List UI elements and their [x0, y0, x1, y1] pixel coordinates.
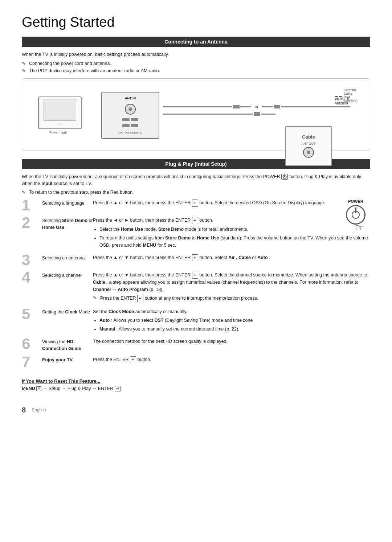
step-5-bullet-2: Manual : Allows you to manually set the …: [99, 325, 370, 333]
power-symbol: ⏻: [281, 174, 288, 180]
power-circle: [346, 205, 366, 225]
antenna-note1: Connecting the power cord and antenna.: [22, 61, 370, 66]
enter-symbol-1: ↵: [192, 200, 198, 207]
page-number: 8: [22, 406, 26, 414]
reset-section: If You Want to Reset This Feature... MEN…: [22, 378, 370, 391]
reset-arrow: → Setup → Plug & Play → ENTER: [43, 386, 114, 391]
step-1-label: Selecting a language: [42, 199, 93, 207]
enter-symbol-7: ↵: [130, 356, 136, 364]
step-2-bullet-1: Select the Home Use mode. Store Demo mod…: [99, 226, 370, 233]
step-7-number: 7: [22, 354, 42, 370]
ant-cable-label: Antenna Cable (Not Supplied): [344, 88, 358, 103]
step-7: 7 Enjoy your TV. Press the ENTER ↵ butto…: [22, 356, 370, 370]
step-2-bullets: Select the Home Use mode. Store Demo mod…: [99, 226, 370, 249]
step-5-bullets: Auto : Allows you to select DST (Dayligh…: [99, 317, 370, 333]
step-6-content: The connection method for the best HD sc…: [93, 338, 370, 345]
menu-icon: ⊟: [36, 386, 41, 391]
step-4-content: Press the ▲ or ▼ button, then press the …: [93, 271, 370, 304]
step-1: 1 Selecting a language Press the ▲ or ▼ …: [22, 199, 370, 213]
enter-symbol-3: ↵: [192, 254, 198, 262]
antenna-intro: When the TV is initially powered on, bas…: [22, 51, 370, 58]
section-antenna-header: Connecting to an Antenna: [22, 37, 370, 47]
step-1-content: Press the ▲ or ▼ button, then press the …: [93, 199, 370, 207]
step-2-label: Selecting Store Demo or Home Use: [42, 217, 93, 231]
ant-in-label: ANT IN: [125, 97, 136, 100]
step-3-number: 3: [22, 252, 42, 268]
intro-1d: source is set to TV.: [54, 181, 92, 186]
ant-out-label: ANT OUT: [301, 142, 315, 145]
reset-text: MENU ⊟ → Setup → Plug & Play → ENTER ↵: [22, 386, 370, 391]
menu-label: MENU: [22, 386, 35, 391]
step-6-number: 6: [22, 336, 42, 352]
section-antenna: Connecting to an Antenna When the TV is …: [22, 37, 370, 151]
cable-label: Cable: [302, 134, 315, 140]
step-7-label: Enjoy your TV.: [42, 356, 93, 364]
step-5-number: 5: [22, 307, 42, 322]
cable-box: Cable ANT OUT: [285, 126, 332, 166]
page-title: Getting Started: [22, 15, 370, 30]
plug-intro: When the TV is initially powered on, a s…: [22, 173, 370, 187]
step-2-content: Press the ◄ or ► button, then press the …: [93, 217, 370, 250]
step-5-label: Setting the Clock Mode: [42, 308, 93, 316]
step-1-number: 1: [22, 198, 42, 213]
step-3: 3 Selecting an antenna Press the ▲ or ▼ …: [22, 254, 370, 268]
page-language: English: [32, 407, 46, 412]
step-2-number: 2: [22, 215, 42, 230]
step-2-bullet-2: To return the unit's settings from Store…: [99, 234, 370, 249]
step-4-label: Selecting a channel: [42, 271, 93, 279]
antenna-diagram: □ Power Input ANT IN: [22, 78, 370, 151]
step-7-content: Press the ENTER ↵ button.: [93, 356, 370, 364]
tv-illustration: □: [38, 97, 82, 129]
step-2: 2 Selecting Store Demo or Home Use Press…: [22, 217, 370, 250]
step-6: 6 Viewing the HD Connection Guide The co…: [22, 338, 370, 352]
or-text: or: [255, 104, 258, 109]
digital-audio-label: DIGITAL AUDIO O: [118, 131, 142, 134]
step-5-content: Set the Clock Mode automatically or manu…: [93, 308, 370, 334]
step-6-label: Viewing the HD Connection Guide: [42, 338, 93, 352]
enter-symbol-4: ↵: [192, 272, 198, 279]
step-4-number: 4: [22, 270, 42, 285]
steps-container: POWER ☞ 1 Selecting a language Press the…: [22, 199, 370, 369]
step-3-content: Press the ▲ or ▼ button, then press the …: [93, 254, 370, 262]
power-text: POWER: [348, 199, 363, 204]
plug-note: To return to the previous step, press th…: [22, 190, 370, 195]
enter-symbol-2: ↵: [192, 217, 198, 224]
step-4-note: Press the ENTER ↵ button at any time to …: [93, 295, 370, 302]
enter-symbol-4b: ↵: [137, 295, 143, 302]
power-input-label: Power Input: [49, 131, 67, 134]
enter-symbol-reset: ↵: [115, 386, 121, 391]
page-footer: 8 English: [22, 406, 370, 414]
reset-title: If You Want to Reset This Feature...: [22, 378, 370, 384]
section-plug-play: Plug & Play (Initial Setup) When the TV …: [22, 159, 370, 370]
antenna-note2: The PDP device may interfere with an ama…: [22, 68, 370, 73]
antenna-symbol: 𝌂: [334, 92, 343, 104]
back-panel: ANT IN DIGITAL AUDIO O: [101, 92, 159, 139]
step-5: 5 Setting the Clock Mode Set the Clock M…: [22, 308, 370, 334]
power-icon-area: POWER ☞: [341, 199, 370, 234]
step-4: 4 Selecting a channel Press the ▲ or ▼ b…: [22, 271, 370, 304]
step-5-bullet-1: Auto : Allows you to select DST (Dayligh…: [99, 317, 370, 324]
step-3-label: Selecting an antenna: [42, 254, 93, 262]
